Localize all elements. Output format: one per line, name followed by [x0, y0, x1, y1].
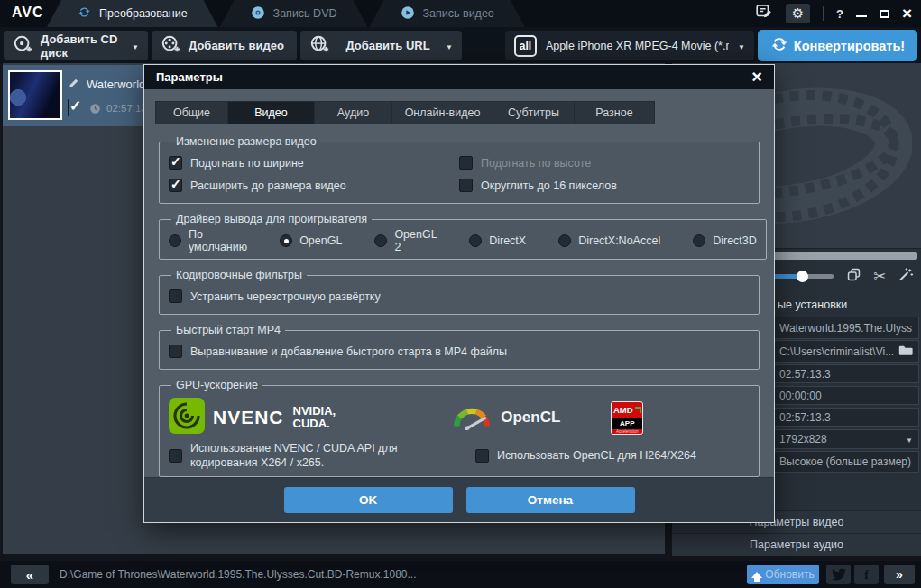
tab-misc[interactable]: Разное [574, 101, 655, 124]
radio-opengl[interactable]: OpenGL [280, 234, 342, 247]
close-icon[interactable] [902, 5, 912, 23]
mp4-faststart-group: Быстрый старт MP4 Выравнивание и добавле… [159, 324, 760, 370]
checkbox-opencl[interactable]: Использовать OpenCL для H264/X264 [475, 442, 750, 470]
start-time-field[interactable]: 00:00:00 [773, 386, 919, 405]
add-cd-button[interactable]: Добавить CD диск [4, 31, 148, 60]
folder-icon[interactable] [898, 345, 913, 359]
tab-online-video[interactable]: Онлайн-видео [391, 101, 493, 124]
snapshot-icon[interactable] [846, 267, 861, 286]
disc-icon [251, 5, 265, 23]
window-controls: ? [755, 0, 912, 27]
tab-label: Запись DVD [273, 7, 337, 20]
output-format-selector[interactable]: all Apple iPhone XR MPEG-4 Movie (*.m... [505, 31, 754, 60]
resize-group: Изменение размера видео Подогнать по шир… [159, 135, 760, 204]
facebook-button[interactable]: f [854, 565, 879, 584]
radio-directx[interactable]: DirectX [469, 234, 526, 247]
divider [823, 6, 824, 21]
help-button[interactable]: ? [836, 7, 843, 21]
twitter-button[interactable] [826, 565, 851, 584]
film-reel-plus-icon [161, 34, 181, 57]
format-selected-value: Apple iPhone XR MPEG-4 Movie (*.m... [546, 40, 729, 52]
minimize-icon[interactable] [856, 10, 867, 17]
clock-icon [89, 102, 101, 118]
checkbox[interactable] [169, 289, 182, 303]
radio-direct3d[interactable]: Direct3D [693, 234, 757, 247]
tab-record-video[interactable]: Запись видео [370, 0, 525, 27]
radio[interactable] [693, 234, 705, 247]
statusbar: « D:\Game of Thrones\Waterworld.1995.The… [0, 561, 921, 588]
output-folder-field[interactable]: C:\Users\criminalist\Vi... [773, 340, 919, 363]
video-checkbox[interactable] [68, 99, 69, 116]
dialog-title: Параметры [156, 70, 751, 84]
checkbox[interactable] [475, 449, 489, 463]
checkbox-expand-video[interactable]: Расширить до размера видео [169, 174, 459, 197]
facebook-icon: f [864, 567, 869, 583]
tab-conversion[interactable]: Преобразование [47, 0, 218, 27]
radio[interactable] [558, 234, 571, 247]
video-thumbnail [8, 70, 62, 120]
radio-default[interactable]: По умолчанию [169, 228, 247, 253]
checkbox-fit-height[interactable]: Подогнать по высоте [459, 152, 750, 174]
add-url-button[interactable]: Добавить URL [300, 31, 462, 60]
audio-params-button[interactable]: Параметры аудио [672, 533, 921, 556]
checkbox[interactable] [169, 156, 182, 170]
video-size-select[interactable]: 1792x828 [773, 429, 919, 449]
caret-down-icon [738, 40, 745, 52]
checkbox-nvenc-cuda[interactable]: Использование NVENC / CUDA API для кодир… [169, 442, 475, 470]
checkbox[interactable] [459, 179, 473, 192]
tab-audio[interactable]: Аудио [314, 101, 391, 124]
tab-burn-dvd[interactable]: Запись DVD [220, 0, 368, 27]
log-icon[interactable] [755, 4, 773, 23]
radio[interactable] [169, 234, 181, 247]
volume-knob[interactable] [797, 271, 808, 282]
nvidia-logo-icon [169, 398, 205, 437]
tab-subtitles[interactable]: Субтитры [493, 101, 574, 124]
convert-button[interactable]: Конвертировать! [758, 30, 917, 61]
sync-icon [78, 5, 91, 22]
update-button[interactable]: Обновить [747, 565, 819, 584]
ok-button[interactable]: OK [284, 487, 453, 513]
cancel-button[interactable]: Отмена [466, 487, 635, 513]
tab-video[interactable]: Видео [227, 101, 314, 124]
current-file-path: D:\Game of Thrones\Waterworld.1995.The.U… [60, 568, 417, 581]
dialog-close-icon[interactable] [751, 68, 762, 87]
radio-directx-noaccel[interactable]: DirectX:NoAccel [558, 234, 660, 247]
collapse-button[interactable]: « [11, 565, 49, 584]
clip-scissors-icon[interactable] [873, 267, 886, 286]
checkbox-mp4-faststart[interactable]: Выравнивание и добавление быстрого старт… [169, 340, 750, 363]
checkbox[interactable] [459, 156, 473, 170]
play-icon [401, 5, 415, 23]
radio[interactable] [280, 234, 292, 247]
radio[interactable] [469, 234, 482, 247]
checkbox[interactable] [169, 179, 182, 192]
upload-arrow-icon [751, 572, 762, 578]
gear-icon[interactable] [786, 4, 810, 23]
main-tab-bar: Преобразование Запись DVD Запись видео [47, 0, 527, 27]
checkbox-deinterlace[interactable]: Устранить черезстрочную развёртку [169, 285, 750, 308]
gpu-group: GPU-ускорение NVENC NVIDIA, CUDA. [159, 379, 760, 477]
edit-pencil-icon[interactable] [68, 77, 80, 93]
maximize-icon[interactable] [880, 10, 889, 18]
add-video-button[interactable]: Добавить видео [152, 31, 297, 60]
caret-down-icon [132, 39, 139, 52]
radio[interactable] [374, 234, 387, 247]
titlebar: AVC Преобразование Запись DVD Запись вид… [0, 0, 921, 27]
radio-opengl2[interactable]: OpenGL 2 [374, 228, 437, 253]
effects-wand-icon[interactable] [898, 267, 914, 286]
tab-general[interactable]: Общие [155, 101, 227, 124]
button-label: Добавить URL [337, 39, 438, 52]
checkbox-fit-width[interactable]: Подогнать по ширине [169, 152, 459, 174]
quality-select[interactable]: Высокое (больше размер) [773, 451, 919, 473]
more-button[interactable]: » [884, 565, 915, 584]
tab-label: Запись видео [423, 7, 494, 20]
cd-plus-icon [13, 34, 33, 57]
duration-field[interactable]: 02:57:13.3 [773, 364, 919, 383]
twitter-icon [832, 567, 846, 582]
options-dialog: Параметры Общие Видео Аудио Онлайн-видео… [143, 64, 775, 523]
checkbox[interactable] [169, 345, 182, 358]
checkbox-round-16px[interactable]: Округлить до 16 пикселов [459, 174, 750, 197]
output-name-field[interactable]: Waterworld.1995.The.Ulyss... [773, 317, 919, 339]
stop-time-field[interactable]: 02:57:13.3 [773, 408, 919, 427]
toolbar: Добавить CD диск Добавить видео Добавить… [0, 27, 921, 63]
checkbox[interactable] [169, 449, 182, 463]
